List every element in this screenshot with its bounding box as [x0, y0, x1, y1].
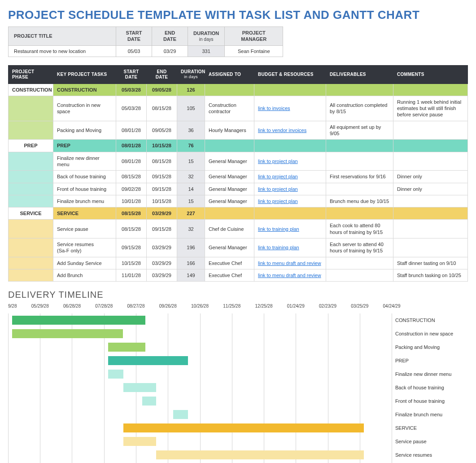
table-row: PREPPREP08/01/2810/15/2876	[9, 140, 468, 152]
page-title: PROJECT SCHEDULE TEMPLATE WITH TASK LIST…	[8, 8, 468, 22]
resource-link[interactable]: link to invoices	[258, 106, 290, 111]
comments-cell: Staff dinner tasting on 9/10	[393, 257, 468, 269]
end-cell: 10/15/28	[147, 195, 177, 207]
info-header-title: PROJECT TITLE	[9, 27, 116, 46]
grid-line	[392, 313, 392, 463]
gantt-label: Back of house training	[395, 381, 468, 394]
deliverables-cell: All construction completed by 8/15	[326, 96, 393, 121]
end-cell: 08/15/28	[147, 152, 177, 171]
th-comments: COMMENTS	[393, 65, 468, 84]
start-cell: 10/01/28	[116, 195, 147, 207]
table-row: Add Sunday Service10/15/2803/29/29166Exe…	[9, 257, 468, 269]
phase-cell	[9, 269, 53, 281]
duration-cell: 36	[177, 121, 205, 140]
assigned-cell: General Manager	[205, 195, 254, 207]
resource-link[interactable]: link to menu draft and review	[258, 273, 321, 278]
gantt-row	[8, 327, 392, 340]
comments-cell: Running 1 week behind initial estimates …	[393, 96, 468, 121]
end-cell: 08/15/28	[147, 96, 177, 121]
info-duration: 331	[188, 45, 225, 57]
start-cell: 10/15/28	[116, 257, 147, 269]
task-cell: Add Sunday Service	[53, 257, 116, 269]
budget-cell[interactable]: link to project plan	[254, 195, 326, 207]
table-row: Add Brunch11/01/2803/29/29149Executive C…	[9, 269, 468, 281]
budget-cell	[254, 140, 326, 152]
phase-cell	[9, 238, 53, 257]
resource-link[interactable]: link to training plan	[258, 226, 299, 232]
gantt-bar	[142, 397, 156, 406]
axis-tick: 12/25/28	[255, 304, 273, 309]
table-row: SERVICESERVICE08/15/2803/29/29227	[9, 207, 468, 220]
deliverables-cell	[326, 84, 393, 96]
phase-cell: SERVICE	[9, 207, 53, 220]
task-cell: SERVICE	[53, 207, 116, 220]
resource-link[interactable]: link to vendor invoices	[258, 128, 306, 133]
comments-cell	[393, 220, 468, 238]
budget-cell[interactable]: link to training plan	[254, 238, 326, 257]
budget-cell[interactable]: link to project plan	[254, 171, 326, 183]
axis-tick: 09/26/28	[159, 304, 177, 309]
phase-cell: PREP	[9, 140, 53, 152]
axis-tick: 08/27/28	[127, 304, 145, 309]
budget-cell[interactable]: link to menu draft and review	[254, 269, 326, 281]
start-cell: 08/15/28	[116, 171, 147, 183]
th-start: START DATE	[116, 65, 147, 84]
gantt-row	[8, 394, 392, 408]
start-cell: 08/01/28	[116, 121, 147, 140]
comments-cell	[393, 195, 468, 207]
phase-cell	[9, 195, 53, 207]
budget-cell[interactable]: link to vendor invoices	[254, 121, 326, 140]
project-info-table: PROJECT TITLE START DATE END DATE DURATI…	[8, 26, 283, 57]
th-assigned: ASSIGNED TO	[205, 65, 254, 84]
table-row: Finalize new dinner menu08/01/2808/15/28…	[9, 152, 468, 171]
info-header-manager: PROJECT MANAGER	[225, 27, 283, 46]
task-cell: CONSTRUCTION	[53, 84, 116, 96]
task-cell: Finalize new dinner menu	[53, 152, 116, 171]
gantt-bar	[12, 329, 123, 338]
task-cell: Front of house training	[53, 183, 116, 195]
budget-cell[interactable]: link to menu draft and review	[254, 257, 326, 269]
assigned-cell: Construction contractor	[205, 96, 254, 121]
table-row: Construction in new space05/03/2808/15/2…	[9, 96, 468, 121]
duration-cell: 149	[177, 269, 205, 281]
info-header-start: START DATE	[116, 27, 152, 46]
budget-cell[interactable]: link to project plan	[254, 152, 326, 171]
gantt-bar	[123, 437, 157, 446]
budget-cell[interactable]: link to project plan	[254, 183, 326, 195]
end-cell: 03/29/29	[147, 257, 177, 269]
deliverables-cell: First reservations for 9/16	[326, 171, 393, 183]
gantt-row	[8, 313, 392, 327]
info-project-title: Restaurant move to new location	[9, 45, 116, 57]
resource-link[interactable]: link to project plan	[258, 159, 298, 164]
deliverables-cell	[326, 183, 393, 195]
gantt-row	[8, 421, 392, 435]
deliverables-cell: Each server to attend 40 hours of traini…	[326, 238, 393, 257]
task-cell: Finalize brunch menu	[53, 195, 116, 207]
resource-link[interactable]: link to training plan	[258, 245, 299, 250]
start-cell: 08/01/28	[116, 140, 147, 152]
resource-link[interactable]: link to project plan	[258, 186, 298, 192]
task-cell: Construction in new space	[53, 96, 116, 121]
resource-link[interactable]: link to menu draft and review	[258, 260, 321, 266]
info-project-manager: Sean Fontaine	[225, 45, 283, 57]
budget-cell	[254, 207, 326, 220]
axis-tick: 04/29/28	[8, 304, 17, 309]
resource-link[interactable]: link to project plan	[258, 198, 298, 204]
budget-cell[interactable]: link to invoices	[254, 96, 326, 121]
comments-cell	[393, 140, 468, 152]
gantt-row	[8, 408, 392, 421]
gantt-row	[8, 381, 392, 394]
budget-cell[interactable]: link to training plan	[254, 220, 326, 238]
phase-cell	[9, 96, 53, 121]
gantt-bar	[108, 343, 145, 352]
start-cell: 05/03/28	[116, 96, 147, 121]
assigned-cell	[205, 207, 254, 220]
gantt-bar	[123, 423, 364, 432]
resource-link[interactable]: link to project plan	[258, 174, 298, 179]
table-row: Service pause08/15/2809/15/2832Chef de C…	[9, 220, 468, 238]
gantt-label: Finalize brunch menu	[395, 408, 468, 421]
phase-cell	[9, 171, 53, 183]
comments-cell: Staff brunch tasking on 10/25	[393, 269, 468, 281]
end-cell: 09/05/28	[147, 121, 177, 140]
budget-cell	[254, 84, 326, 96]
